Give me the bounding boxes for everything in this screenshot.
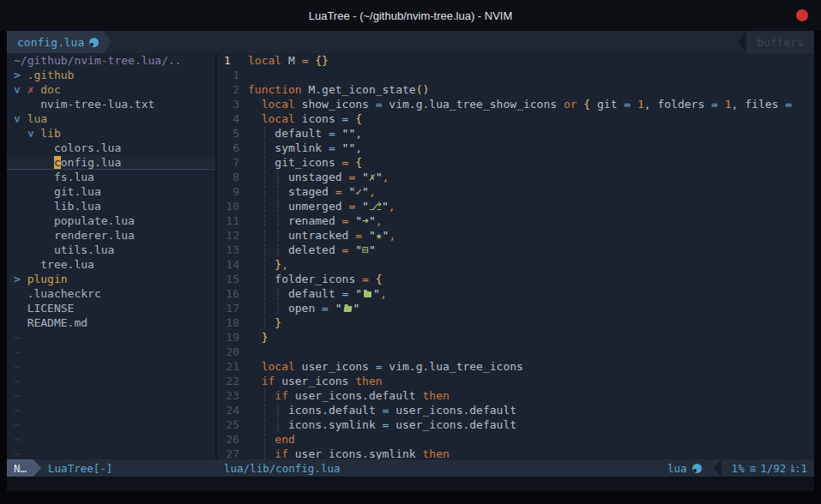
code-text: ┆ }, (248, 257, 288, 272)
statusline-filename: lua/lib/config.lua (217, 462, 340, 475)
tree-row[interactable]: lib.lua (7, 199, 215, 213)
code-line[interactable]: 4 local icons = { (219, 111, 814, 126)
line-number: 21 (219, 359, 248, 374)
line-number: 8 (219, 170, 248, 184)
tree-row[interactable]: > lib (7, 126, 215, 141)
code-line[interactable]: 23 ┆ if user_icons.default then (219, 388, 814, 403)
code-text: ┆ ┆ untracked = "★", (248, 228, 395, 243)
code-line[interactable]: 14 ┆ }, (219, 257, 814, 272)
tree-row[interactable]: nvim-tree-lua.txt (7, 97, 215, 111)
chevron-down-icon[interactable]: > (10, 87, 25, 93)
line-number: 1 (219, 68, 248, 82)
code-line[interactable]: 3 local show_icons = vim.g.lua_tree_show… (219, 97, 814, 111)
code-line[interactable]: 10 ┆ ┆ unmerged = "⎇", (219, 199, 814, 213)
tree-item-label: fs.lua (54, 171, 94, 183)
line-number: 1 (219, 53, 248, 68)
tree-row[interactable]: tree.lua (7, 257, 215, 272)
code-line[interactable]: 13 ┆ ┆ deleted = "⊟" (219, 243, 814, 257)
close-button[interactable] (796, 9, 808, 21)
line-number: 12 (219, 228, 248, 243)
tree-row[interactable]: config.lua (7, 155, 215, 170)
tabline: config.lua buffers (7, 31, 814, 53)
tree-item-label: README.md (27, 316, 88, 329)
command-line[interactable] (7, 477, 814, 491)
tree-item-label: lua (27, 112, 47, 125)
code-line[interactable]: 22 if user_icons then (219, 374, 814, 388)
statusline-tree-title: LuaTree[-] (41, 462, 112, 475)
code-line[interactable]: 16 ┆ ┆ default = "", (219, 286, 814, 301)
tree-row[interactable]: utils.lua (7, 243, 215, 257)
editor[interactable]: 1local M = {}12function M.get_icon_state… (217, 53, 814, 459)
code-line[interactable]: 12 ┆ ┆ untracked = "★", (219, 228, 814, 243)
tree-item-label: colors.lua (54, 141, 121, 154)
line-number: 9 (219, 184, 248, 199)
code-line[interactable]: 1 (219, 68, 814, 82)
code-line[interactable]: 8 ┆ ┆ unstaged = "✗", (219, 170, 814, 184)
empty-line-tilde: ~ (7, 330, 215, 345)
code-line[interactable]: 18 ┆ } (219, 315, 814, 330)
tree-row[interactable]: README.md (7, 315, 215, 330)
chevron-down-icon[interactable]: > (24, 130, 39, 137)
tree-row[interactable]: > lua (7, 111, 215, 126)
code-text: local user_icons = vim.g.lua_tree_icons (248, 359, 523, 374)
tree-row[interactable]: colors.lua (7, 141, 215, 155)
tab-config-lua[interactable]: config.lua (7, 31, 104, 53)
statusline-file-segment: lua/lib/config.lua lua 1% ≡ 1/92 LN:1 (217, 459, 814, 477)
code-line[interactable]: 9 ┆ ┆ staged = "✓", (219, 184, 814, 199)
tree-row[interactable]: > plugin (7, 272, 215, 286)
code-text: ┆ if user_icons.default then (248, 388, 450, 403)
folder-open-icon (343, 306, 352, 312)
percent-label: 1% (732, 462, 745, 475)
code-line[interactable]: 24 ┆ ┆ icons.default = user_icons.defaul… (219, 403, 814, 417)
code-line[interactable]: 25 ┆ ┆ icons.symlink = user_icons.defaul… (219, 417, 814, 432)
tree-row[interactable]: git.lua (7, 184, 215, 199)
code-line[interactable]: 7 ┆ git_icons = { (219, 155, 814, 170)
statusline: N… LuaTree[-] lua/lib/config.lua lua 1% … (7, 459, 814, 477)
buffers-button[interactable]: buffers (746, 31, 814, 53)
code-line[interactable]: 1local M = {} (219, 53, 814, 68)
line-number: 16 (219, 286, 248, 301)
tree-row[interactable]: renderer.lua (7, 228, 215, 243)
tree-row[interactable]: > ✗ doc (7, 82, 215, 97)
code-text: ┆ end (248, 432, 295, 447)
code-text: ┆ if user_icons.symlink then (248, 447, 450, 459)
chevron-down-icon[interactable]: > (10, 116, 25, 123)
position-label: 1/92 (760, 462, 786, 475)
file-tree[interactable]: ~/github/nvim-tree.lua/..> .github> ✗ do… (7, 53, 215, 459)
tree-item-label: ~/github/nvim-tree.lua/.. (14, 54, 182, 67)
tree-row[interactable]: .luacheckrc (7, 286, 215, 301)
lines-icon: ≡ (750, 462, 756, 475)
tab-arrow-separator (104, 31, 112, 53)
lua-moon-icon (89, 38, 99, 47)
tree-item-label: config.lua (54, 156, 121, 169)
code-text: ┆ ┆ renamed = "➜", (248, 213, 383, 228)
code-line[interactable]: 17 ┆ ┆ open = "" (219, 301, 814, 315)
tree-row[interactable]: LICENSE (7, 301, 215, 315)
line-number: 19 (219, 330, 248, 345)
code-line[interactable]: 26 ┆ end (219, 432, 814, 447)
code-line[interactable]: 21 local user_icons = vim.g.lua_tree_ico… (219, 359, 814, 374)
tree-row[interactable]: fs.lua (7, 170, 215, 184)
code-line[interactable]: 11 ┆ ┆ renamed = "➜", (219, 213, 814, 228)
code-text: local show_icons = vim.g.lua_tree_show_i… (248, 97, 799, 111)
code-line[interactable]: 19 } (219, 330, 814, 345)
tree-row[interactable]: ~/github/nvim-tree.lua/.. (7, 53, 215, 68)
code-line[interactable]: 2function M.get_icon_state() (219, 82, 814, 97)
code-text: ┆ symlink = "", (248, 141, 362, 155)
code-text: ┆ ┆ unmerged = "⎇", (248, 199, 395, 213)
tree-row[interactable]: populate.lua (7, 213, 215, 228)
chevron-right-icon[interactable]: > (14, 272, 21, 286)
code-line[interactable]: 27 ┆ if user_icons.symlink then (219, 447, 814, 459)
empty-line-tilde: ~ (7, 417, 215, 432)
empty-line-tilde: ~ (7, 447, 215, 459)
statusline-tree-segment: N… LuaTree[-] (7, 459, 215, 477)
code-text: ┆ ┆ icons.default = user_icons.default (248, 403, 516, 417)
code-text: local icons = { (248, 111, 362, 126)
code-line[interactable]: 5 ┆ default = "", (219, 126, 814, 141)
code-text: ┆ default = "", (248, 126, 362, 141)
tree-row[interactable]: > .github (7, 68, 215, 82)
code-line[interactable]: 6 ┆ symlink = "", (219, 141, 814, 155)
chevron-right-icon[interactable]: > (14, 68, 21, 82)
code-line[interactable]: 15 ┆ folder_icons = { (219, 272, 814, 286)
code-line[interactable]: 20 (219, 345, 814, 359)
